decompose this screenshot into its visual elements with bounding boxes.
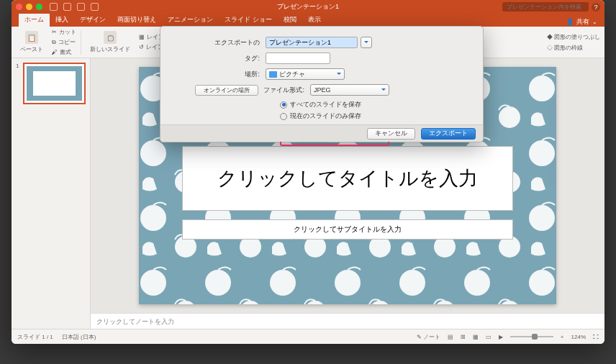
tab-home[interactable]: ホーム bbox=[19, 13, 50, 27]
filename-input[interactable] bbox=[266, 37, 358, 48]
online-locations-button[interactable]: オンラインの場所 bbox=[195, 85, 258, 96]
quick-access-toolbar bbox=[50, 3, 99, 11]
paste-icon: 📋 bbox=[25, 31, 38, 44]
status-bar: スライド 1 / 1 日本語 (日本) ✎ ノート ▤ ⊞ ▦ ▭ ▶ + 12… bbox=[12, 329, 604, 344]
tab-insert[interactable]: 挿入 bbox=[50, 13, 74, 27]
notes-pane[interactable]: クリックしてノートを入力 bbox=[91, 313, 604, 329]
close-window-icon[interactable] bbox=[16, 4, 22, 10]
slide-thumbnail-1[interactable] bbox=[23, 63, 86, 104]
view-reading-icon[interactable]: ▭ bbox=[486, 334, 492, 340]
slide-indicator: スライド 1 / 1 bbox=[17, 333, 53, 341]
app-window: プレゼンテーション1 ? ホーム 挿入 デザイン 画面切り替え アニメーション … bbox=[12, 0, 604, 344]
comments-icon[interactable]: ▤ bbox=[448, 334, 453, 340]
shape-fill-button[interactable]: ◆ 図形の塗りつぶし bbox=[547, 33, 600, 41]
location-label: 場所: bbox=[173, 70, 266, 79]
copy-button[interactable]: ⧉ コピー bbox=[52, 38, 76, 46]
cancel-button[interactable]: キャンセル bbox=[367, 128, 415, 140]
titlebar: プレゼンテーション1 ? bbox=[12, 0, 604, 14]
new-slide-icon: ▢ bbox=[104, 31, 117, 44]
format-label: ファイル形式: bbox=[258, 86, 310, 95]
paste-button[interactable]: 📋ペースト bbox=[16, 29, 47, 55]
export-as-label: エクスポートの bbox=[173, 38, 266, 47]
tab-transitions[interactable]: 画面切り替え bbox=[112, 13, 162, 27]
tab-design[interactable]: デザイン bbox=[74, 13, 112, 27]
save-current-radio[interactable]: 現在のスライドのみ保存 bbox=[280, 112, 361, 121]
filename-history-dropdown[interactable] bbox=[361, 37, 372, 48]
view-normal-icon[interactable]: ⊞ bbox=[461, 334, 466, 340]
tab-slideshow[interactable]: スライド ショー bbox=[219, 13, 278, 27]
zoom-plus-icon[interactable]: + bbox=[561, 334, 564, 340]
format-painter-button[interactable]: 🖌 書式 bbox=[52, 48, 76, 56]
fullscreen-window-icon[interactable] bbox=[36, 4, 42, 10]
chevron-down-icon: ⌄ bbox=[592, 19, 597, 25]
new-slide-button[interactable]: ▢新しいスライド bbox=[86, 29, 135, 55]
qat-redo-icon[interactable] bbox=[77, 3, 85, 11]
shape-outline-button[interactable]: ◇ 図形の枠線 bbox=[547, 44, 600, 52]
qat-undo-icon[interactable] bbox=[63, 3, 71, 11]
language-indicator[interactable]: 日本語 (日本) bbox=[62, 333, 96, 341]
tab-view[interactable]: 表示 bbox=[302, 13, 327, 27]
qat-save-icon[interactable] bbox=[50, 3, 58, 11]
export-button[interactable]: エクスポート bbox=[421, 128, 476, 140]
location-select[interactable]: ピクチャ bbox=[266, 68, 345, 80]
subtitle-placeholder[interactable]: クリックしてサブタイトルを入力 bbox=[182, 219, 513, 240]
search-input[interactable] bbox=[502, 2, 589, 12]
slide-thumbnails: 1 bbox=[12, 58, 91, 329]
minimize-window-icon[interactable] bbox=[26, 4, 32, 10]
save-all-radio[interactable]: すべてのスライドを保存 bbox=[280, 100, 361, 109]
fit-window-icon[interactable]: ⛶ bbox=[593, 334, 599, 340]
qat-print-icon[interactable] bbox=[91, 3, 99, 11]
tags-input[interactable] bbox=[266, 53, 330, 64]
share-button[interactable]: 共有 ⌄ bbox=[566, 17, 597, 27]
tab-animations[interactable]: アニメーション bbox=[162, 13, 219, 27]
tab-review[interactable]: 校閲 bbox=[278, 13, 302, 27]
radio-on-icon bbox=[280, 101, 287, 109]
help-icon[interactable]: ? bbox=[592, 3, 600, 12]
radio-off-icon bbox=[280, 113, 287, 120]
export-dialog: エクスポートの タグ: 場所: ピクチャ オンラインの場所 ファイル形式: JP… bbox=[160, 26, 484, 142]
slide-number: 1 bbox=[16, 63, 19, 69]
ribbon-tabs: ホーム 挿入 デザイン 画面切り替え アニメーション スライド ショー 校閲 表… bbox=[12, 14, 604, 27]
tags-label: タグ: bbox=[173, 54, 266, 63]
view-sorter-icon[interactable]: ▦ bbox=[473, 334, 479, 340]
view-slideshow-icon[interactable]: ▶ bbox=[499, 334, 503, 340]
cut-button[interactable]: ✂ カット bbox=[52, 28, 76, 36]
notes-toggle[interactable]: ✎ ノート bbox=[417, 333, 440, 341]
file-format-select[interactable]: JPEG bbox=[310, 84, 389, 96]
folder-icon bbox=[269, 71, 277, 78]
zoom-level[interactable]: 124% bbox=[571, 334, 586, 340]
zoom-slider[interactable] bbox=[510, 336, 553, 337]
